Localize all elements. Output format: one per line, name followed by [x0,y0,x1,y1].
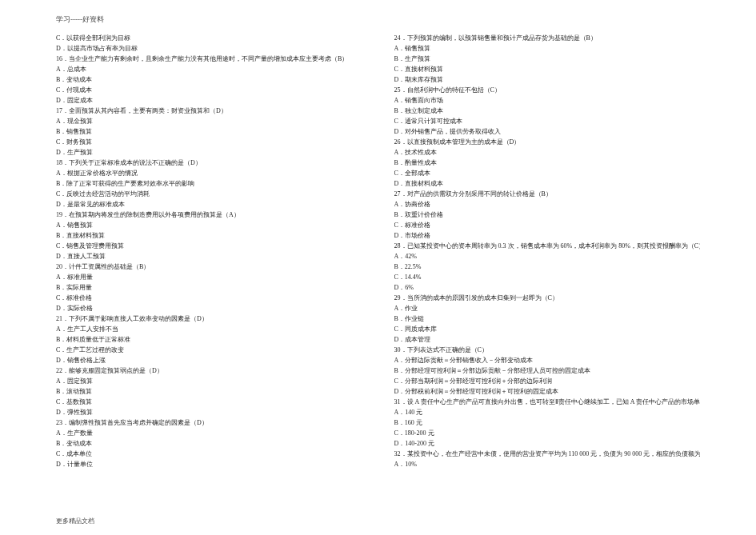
text-line: B．材料质量低于正常标准 [56,334,362,345]
text-line: B．直接材料预算 [56,230,362,241]
text-line: B．变动成本 [56,438,362,449]
text-line: B．滚动预算 [56,386,362,397]
text-line: A．140 元 [394,407,701,417]
text-line: 25．自然利润中心的特征不包括（C） [394,85,701,95]
text-line: C．分部当期利润＝分部经理可控利润＋分部的边际利润 [394,376,701,386]
text-line: A．42% [394,251,701,262]
text-line: C．标准价格 [56,293,362,303]
page-header: 学习-----好资料 [56,14,700,25]
text-line: 32．某投资中心，在生产经营中未债，使用的营业资产平均为 110 000 元，负… [394,449,701,459]
page-footer: 更多精品文档 [56,517,94,525]
text-line: A．作业 [394,303,701,313]
text-line: A．现金预算 [56,116,362,126]
text-line: B．除了正常可获得的生产要素对效率水平的影响 [56,178,362,189]
text-line: 23．编制弹性预算首先应当考虑并确定的因素是（D） [56,417,362,428]
text-line: C．通常只计算可控成本 [394,116,701,126]
text-line: C．基数预算 [56,397,362,407]
text-line: C．反映过去经营活动的平均消耗 [56,189,362,199]
text-line: B．160 元 [394,417,701,428]
text-line: A．10% [394,459,701,469]
text-line: D．分部税前利润＝分部经理可控利润＋可控利的固定成本 [394,386,701,397]
text-line: D．市场价格 [394,230,701,241]
text-line: D．实际价格 [56,303,362,313]
text-line: 21．下列不属于影响直接人工效率变动的因素是（D） [56,313,362,324]
text-line: D．直接人工预算 [56,251,362,262]
text-line: D．计量单位 [56,459,362,469]
text-line: A．标准用量 [56,272,362,282]
text-line: A．技术性成本 [394,147,701,158]
text-line: B．双重计价价格 [394,210,701,220]
text-line: 18．下列关于正常标准成本的说法不正确的是（D） [56,158,362,168]
text-line: A．协商价格 [394,199,701,210]
text-line: B．变动成本 [56,74,362,85]
text-line: A．销售面向市场 [394,95,701,106]
text-line: 24．下列预算的编制，以预算销售量和预计产成品存货为基础的是（B） [394,33,701,43]
text-line: A．分部边际贡献＝分部销售收入－分部变动成本 [394,355,701,365]
text-line: A．生产工人安排不当 [56,324,362,334]
document-page: 学习-----好资料 C．以获得全部利润为目标D．以提高市场占有率为目标16．当… [0,0,756,535]
text-line: 29．当所消的成本的原因引发的成本归集到一起即为（C） [394,293,701,303]
text-line: D．销售价格上涨 [56,355,362,365]
text-line: 22．能够克服固定预算弱点的是（D） [56,365,362,376]
text-line: 27．对产品的供需双方分别采用不同的转让价格是（B） [394,189,701,199]
text-line: B．销售预算 [56,126,362,137]
text-line: C．14.4% [394,272,701,282]
text-line: D．生产预算 [56,147,362,158]
text-line: D．弹性预算 [56,407,362,417]
text-line: 30．下列表达式不正确的是（C） [394,345,701,355]
text-line: A．生产数量 [56,428,362,438]
text-line: 20．计件工资属性的基础是（B） [56,262,362,272]
text-line: D．以提高市场占有率为目标 [56,43,362,54]
text-line: C．付现成本 [56,85,362,95]
text-line: 16．当企业生产能力有剩余时，且剩余生产能力没有其他用途时，不同产量的增加成本应… [56,54,362,64]
text-line: C．生产工艺过程的改变 [56,345,362,355]
text-line: C．全部成本 [394,168,701,178]
text-line: C．直接材料预算 [394,64,701,74]
text-line: D．期末库存预算 [394,74,701,85]
text-line: D．直接材料成本 [394,178,701,189]
text-line: C．销售及管理费用预算 [56,241,362,251]
text-line: D．固定成本 [56,95,362,106]
text-line: C．成本单位 [56,449,362,459]
text-line: C．标准价格 [394,220,701,230]
text-line: C．财务预算 [56,137,362,147]
text-line: C．180-200 元 [394,428,701,438]
text-line: D．6% [394,282,701,293]
text-line: D．成本管理 [394,334,701,345]
text-line: A．销售预算 [56,220,362,230]
text-line: A．固定预算 [56,376,362,386]
text-line: 28．已知某投资中心的资本周转率为 0.3 次，销售成本率为 60%，成本利润率… [394,241,701,251]
text-line: 19．在预算期内将发生的除制造费用以外各项费用的预算是（A） [56,210,362,220]
text-line: B．分部经理可控利润＝分部边际贡献－分部经理人员可控的固定成本 [394,365,701,376]
text-line: C．同质成本库 [394,324,701,334]
text-line: D．对外销售产品，提供劳务取得收入 [394,126,701,137]
content-columns: C．以获得全部利润为目标D．以提高市场占有率为目标16．当企业生产能力有剩余时，… [56,33,700,469]
text-line: B．22.5% [394,262,701,272]
text-line: D．是最常见的标准成本 [56,199,362,210]
text-line: B．独立制定成本 [394,106,701,116]
text-line: 31．设 A 责任中心生产的产品可直接向外出售，也可转至Ⅱ责任中心继续加工，已知… [394,397,701,407]
text-line: B．酌量性成本 [394,158,701,168]
text-line: C．以获得全部利润为目标 [56,33,362,43]
text-line: 17．全面预算从其内容看，主要有两类：财资业预算和（D） [56,106,362,116]
text-line: D．140-200 元 [394,438,701,449]
text-line: 26．以直接预制成本管理为主的成本是（D） [394,137,701,147]
text-line: A．总成本 [56,64,362,74]
text-line: A．根据正常价格水平的情况 [56,168,362,178]
text-line: B．生产预算 [394,54,701,64]
text-line: B．实际用量 [56,282,362,293]
text-line: A．销售预算 [394,43,701,54]
text-line: B．作业链 [394,313,701,324]
